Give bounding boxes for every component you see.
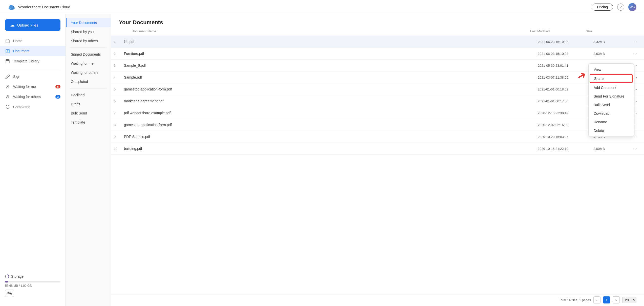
sub-nav: Your Documents Shared by you Shared by o…	[66, 14, 111, 306]
waiting-others-icon	[5, 94, 10, 99]
document-label: Document	[13, 49, 29, 53]
waiting-others-badge: 3	[55, 95, 60, 99]
pricing-button[interactable]: Pricing	[592, 4, 613, 11]
prev-page-button[interactable]: ‹	[593, 296, 600, 303]
home-label: Home	[13, 39, 23, 43]
col-modified: Last Modified	[530, 29, 586, 33]
upload-button[interactable]: ☁ Upload Files	[5, 19, 60, 31]
waiting-others-label: Waiting for others	[13, 95, 41, 99]
header-left: Wondershare Document Cloud	[8, 3, 70, 11]
sidebar-item-waiting-me[interactable]: Waiting for me 5	[0, 82, 66, 92]
header-right: Pricing ? WU	[592, 3, 636, 11]
sub-nav-declined[interactable]: Declined	[66, 90, 111, 100]
storage-bar-fill	[5, 281, 8, 283]
sub-nav-waiting-for-me[interactable]: Waiting for me	[66, 59, 111, 68]
table-row[interactable]: 8 gamestop-application-form.pdf 2020-12-…	[111, 119, 644, 131]
next-page-button[interactable]: ›	[613, 296, 620, 303]
template-label: Template Library	[13, 59, 39, 63]
context-menu-item-rename[interactable]: Rename	[589, 118, 634, 126]
context-menu-item-bulk-send[interactable]: Bulk Send	[589, 101, 634, 109]
sidebar-item-waiting-others[interactable]: Waiting for others 3	[0, 92, 66, 102]
table-row[interactable]: 4 Sample.pdf 2021-03-07 21:38:05 0.02MB …	[111, 72, 644, 83]
upload-icon: ☁	[10, 22, 15, 28]
docs-header: Your Documents Document Name Last Modifi…	[111, 14, 644, 36]
row-num: 6	[114, 99, 124, 103]
buy-button[interactable]: Buy	[5, 290, 14, 297]
sign-label: Sign	[13, 75, 20, 79]
sub-nav-divider-1	[70, 48, 107, 48]
row-num: 1	[114, 40, 124, 44]
more-button[interactable]: ⋯	[629, 51, 641, 56]
table-row[interactable]: 1 life.pdf 2021-06-23 15:10:32 3.32MB ⋯	[111, 36, 644, 48]
doc-name: PDF-Sample.pdf	[124, 135, 538, 139]
docs-panel: Your Documents Document Name Last Modifi…	[111, 14, 644, 306]
home-icon	[5, 38, 10, 43]
sub-nav-your-documents[interactable]: Your Documents	[66, 18, 111, 27]
doc-size: 2.00MB	[593, 147, 629, 151]
table-row[interactable]: 3 Sample_6.pdf 2021-05-30 23:01:41 33.39…	[111, 60, 644, 72]
docs-table-header: Document Name Last Modified Size	[119, 29, 636, 33]
sub-nav-completed[interactable]: Completed	[66, 77, 111, 86]
completed-icon	[5, 104, 10, 109]
sub-nav-waiting-for-others[interactable]: Waiting for others	[66, 68, 111, 77]
doc-modified: 2020-10-15 21:22:10	[538, 147, 593, 151]
doc-size: 3.32MB	[593, 40, 629, 44]
row-num: 2	[114, 52, 124, 56]
waiting-me-label: Waiting for me	[13, 85, 36, 89]
col-actions	[621, 29, 634, 33]
doc-size: 2.63MB	[593, 52, 629, 56]
context-menu-item-share[interactable]: Share	[590, 74, 633, 83]
more-button[interactable]: ⋯	[629, 146, 641, 151]
context-menu-item-download[interactable]: Download	[589, 109, 634, 118]
table-row[interactable]: 6 marketing-agreement.pdf 2021-01-01 00:…	[111, 95, 644, 107]
sub-nav-shared-by-you[interactable]: Shared by you	[66, 27, 111, 36]
col-name: Document Name	[132, 29, 530, 33]
sub-nav-drafts[interactable]: Drafts	[66, 100, 111, 109]
sub-nav-shared-by-others[interactable]: Shared by others	[66, 36, 111, 45]
per-page-select[interactable]: 20 50 100	[622, 297, 636, 303]
storage-text: 53.68 MB / 1.00 GB	[5, 284, 60, 288]
context-menu-item-send-for-signature[interactable]: Send For Signature	[589, 92, 634, 101]
sidebar-item-document[interactable]: Document	[0, 46, 66, 56]
table-row[interactable]: 9 PDF-Sample.pdf 2020-10-20 15:03:27 4.7…	[111, 131, 644, 143]
sidebar: ☁ Upload Files Home Document Template Li…	[0, 14, 66, 306]
row-num: 8	[114, 123, 124, 127]
col-size: Size	[586, 29, 621, 33]
sub-nav-template[interactable]: Template	[66, 118, 111, 127]
doc-name: Sample_6.pdf	[124, 63, 538, 67]
avatar[interactable]: WU	[628, 3, 636, 11]
table-row[interactable]: 7 pdf wondershare example.pdf 2020-12-15…	[111, 107, 644, 119]
doc-name: building.pdf	[124, 147, 538, 151]
more-button[interactable]: ⋯	[629, 39, 641, 44]
page-1-button[interactable]: 1	[603, 296, 610, 303]
doc-name: life.pdf	[124, 40, 538, 44]
template-icon	[5, 59, 10, 64]
context-menu-item-delete[interactable]: Delete	[589, 126, 634, 135]
sub-nav-bulk-send[interactable]: Bulk Send	[66, 109, 111, 118]
content-area: Your Documents Shared by you Shared by o…	[66, 14, 644, 306]
help-button[interactable]: ?	[617, 4, 624, 11]
sidebar-item-template[interactable]: Template Library	[0, 56, 66, 66]
row-num: 3	[114, 64, 124, 67]
doc-name: pdf wondershare example.pdf	[124, 111, 538, 115]
sidebar-item-completed[interactable]: Completed	[0, 102, 66, 112]
doc-modified: 2021-01-01 00:17:56	[538, 99, 593, 103]
total-files-label: Total 14 files, 1 pages	[559, 298, 591, 302]
sub-nav-signed-documents[interactable]: Signed Documents	[66, 50, 111, 59]
row-num: 4	[114, 76, 124, 79]
context-menu-item-add-comment[interactable]: Add Comment	[589, 83, 634, 92]
table-row[interactable]: 10 building.pdf 2020-10-15 21:22:10 2.00…	[111, 143, 644, 155]
doc-name: Furniture.pdf	[124, 52, 538, 56]
row-num: 5	[114, 87, 124, 91]
doc-modified: 2020-12-02 02:16:39	[538, 123, 593, 127]
document-icon	[5, 49, 10, 54]
table-row[interactable]: 2 Furniture.pdf 2021-06-23 15:10:28 2.63…	[111, 48, 644, 60]
context-menu-item-view[interactable]: View	[589, 65, 634, 74]
doc-modified: 2020-10-20 15:03:27	[538, 135, 593, 139]
sidebar-item-sign[interactable]: Sign	[0, 72, 66, 82]
table-row[interactable]: 5 gamestop-application-form.pdf 2021-01-…	[111, 83, 644, 95]
doc-modified: 2021-05-30 23:01:41	[538, 64, 593, 67]
sidebar-item-home[interactable]: Home	[0, 36, 66, 46]
nav-divider-1	[5, 69, 60, 69]
docs-footer: Total 14 files, 1 pages ‹ 1 › 20 50 100	[111, 294, 644, 306]
